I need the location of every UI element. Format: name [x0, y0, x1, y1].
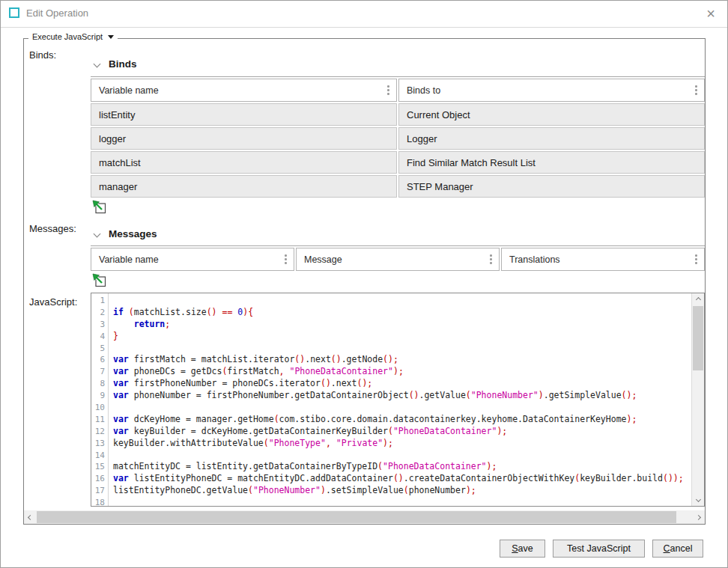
binds-section-header[interactable]: Binds [94, 58, 137, 70]
line-number: 18 [91, 497, 105, 507]
code-line[interactable]: var keyBuilder = dcKeyHome.getDataContai… [113, 426, 691, 438]
line-number: 13 [91, 438, 105, 450]
binds-table: Variable name Binds to listEntityCurrent… [91, 79, 705, 198]
line-number: 5 [91, 343, 105, 355]
binds-field-label: Binds: [29, 49, 56, 61]
table-cell[interactable]: manager [91, 175, 397, 198]
edit-operation-dialog: Edit Operation × Execute JavaScript Bind… [0, 0, 728, 568]
table-cell[interactable]: Find Similar Match Result List [398, 151, 705, 174]
table-cell[interactable]: logger [91, 127, 397, 150]
line-number: 17 [91, 485, 105, 497]
column-menu-icon[interactable] [488, 252, 494, 266]
code-gutter: 123456789101112131415161718 [91, 293, 109, 506]
line-number: 15 [91, 461, 105, 473]
column-header-message[interactable]: Message [296, 248, 500, 271]
chevron-down-icon[interactable] [94, 230, 101, 238]
export-table-icon[interactable] [92, 200, 106, 214]
code-line[interactable] [113, 295, 691, 307]
code-line[interactable]: } [113, 331, 691, 343]
scroll-right-icon[interactable] [692, 510, 705, 524]
code-line[interactable] [113, 343, 691, 355]
code-line[interactable]: matchEntityDC = listEntity.getDataContai… [113, 461, 691, 473]
column-menu-icon[interactable] [283, 252, 288, 266]
javascript-field-label: JavaScript: [29, 296, 77, 308]
table-row[interactable]: matchListFind Similar Match Result List [91, 151, 705, 174]
code-line[interactable]: keyBuilder.withAttributeValue("PhoneType… [113, 438, 691, 450]
table-cell[interactable]: listEntity [91, 103, 397, 126]
line-number: 10 [91, 402, 105, 414]
column-header-binds-to[interactable]: Binds to [398, 79, 705, 102]
code-line[interactable]: var listEntityPhoneDC = matchEntityDC.ad… [113, 473, 691, 485]
code-line[interactable]: listEntityPhoneDC.getValue("PhoneNumber"… [113, 485, 691, 497]
operation-type-label: Execute JavaScript [32, 32, 103, 41]
table-row[interactable]: loggerLogger [91, 127, 705, 150]
messages-divider [91, 245, 705, 246]
binds-table-body: listEntityCurrent ObjectloggerLoggermatc… [91, 103, 705, 198]
code-lines[interactable]: if (matchList.size() == 0){ return;} var… [109, 293, 691, 506]
vertical-scrollbar[interactable] [691, 293, 704, 506]
column-menu-icon[interactable] [694, 83, 699, 97]
table-cell[interactable]: matchList [91, 151, 397, 174]
code-line[interactable]: return; [113, 319, 691, 331]
line-number: 11 [91, 414, 105, 426]
table-row[interactable]: managerSTEP Manager [91, 175, 705, 198]
line-number: 12 [91, 426, 105, 438]
line-number: 3 [91, 319, 105, 331]
horizontal-scrollbar[interactable] [24, 510, 705, 524]
test-javascript-button[interactable]: Test JavaScript [553, 540, 645, 558]
binds-section-title: Binds [109, 58, 137, 70]
table-cell[interactable]: Logger [398, 127, 705, 150]
execute-javascript-groupbox: Execute JavaScript Binds: Binds Variable… [23, 38, 706, 525]
code-line[interactable] [113, 497, 691, 506]
column-header-variable-name[interactable]: Variable name [91, 79, 397, 102]
line-number: 4 [91, 331, 105, 343]
line-number: 7 [91, 366, 105, 378]
code-editor[interactable]: 123456789101112131415161718 if (matchLis… [91, 293, 705, 507]
operation-type-selector[interactable]: Execute JavaScript [28, 32, 118, 41]
line-number: 6 [91, 354, 105, 366]
messages-section-title: Messages [109, 228, 157, 239]
vertical-scrollbar-thumb[interactable] [693, 306, 703, 370]
messages-table-header: Variable name Message Translations [91, 248, 705, 271]
app-icon [9, 7, 19, 18]
code-line[interactable]: var phoneNumber = firstPhoneNumber.getDa… [113, 390, 691, 402]
binds-table-header: Variable name Binds to [91, 79, 705, 102]
column-menu-icon[interactable] [386, 83, 391, 97]
binds-divider [91, 76, 705, 77]
dropdown-triangle-icon [108, 35, 114, 39]
code-line[interactable] [113, 402, 691, 414]
table-cell[interactable]: STEP Manager [398, 175, 705, 198]
column-menu-icon[interactable] [694, 252, 699, 266]
code-line[interactable]: var dcKeyHome = manager.getHome(com.stib… [113, 414, 691, 426]
code-line[interactable]: if (matchList.size() == 0){ [113, 307, 691, 319]
scroll-down-icon[interactable] [692, 493, 704, 506]
messages-table: Variable name Message Translations [91, 248, 705, 271]
window-title: Edit Operation [26, 7, 88, 19]
line-number: 9 [91, 390, 105, 402]
scroll-left-icon[interactable] [24, 510, 37, 524]
save-button[interactable]: Save [500, 540, 545, 558]
messages-field-label: Messages: [29, 223, 76, 234]
messages-section-header[interactable]: Messages [94, 228, 157, 239]
table-cell[interactable]: Current Object [398, 103, 705, 126]
scroll-up-icon[interactable] [692, 293, 704, 306]
export-table-icon[interactable] [92, 273, 106, 287]
chevron-down-icon[interactable] [94, 61, 101, 68]
close-icon[interactable]: × [694, 1, 727, 27]
code-line[interactable]: var phoneDCs = getDcs(firstMatch, "Phone… [113, 366, 691, 378]
table-row[interactable]: listEntityCurrent Object [91, 103, 705, 126]
line-number: 8 [91, 378, 105, 390]
code-line[interactable] [113, 450, 691, 462]
horizontal-scrollbar-thumb[interactable] [37, 511, 676, 523]
line-number: 1 [91, 295, 105, 307]
code-line[interactable]: var firstMatch = matchList.iterator().ne… [113, 354, 691, 366]
column-header-translations[interactable]: Translations [501, 248, 705, 271]
code-line[interactable]: var firstPhoneNumber = phoneDCs.iterator… [113, 378, 691, 390]
cancel-button[interactable]: Cancel [652, 540, 703, 558]
line-number: 16 [91, 473, 105, 485]
line-number: 14 [91, 450, 105, 462]
line-number: 2 [91, 307, 105, 319]
column-header-variable-name[interactable]: Variable name [91, 248, 294, 271]
title-bar: Edit Operation × [1, 1, 727, 28]
